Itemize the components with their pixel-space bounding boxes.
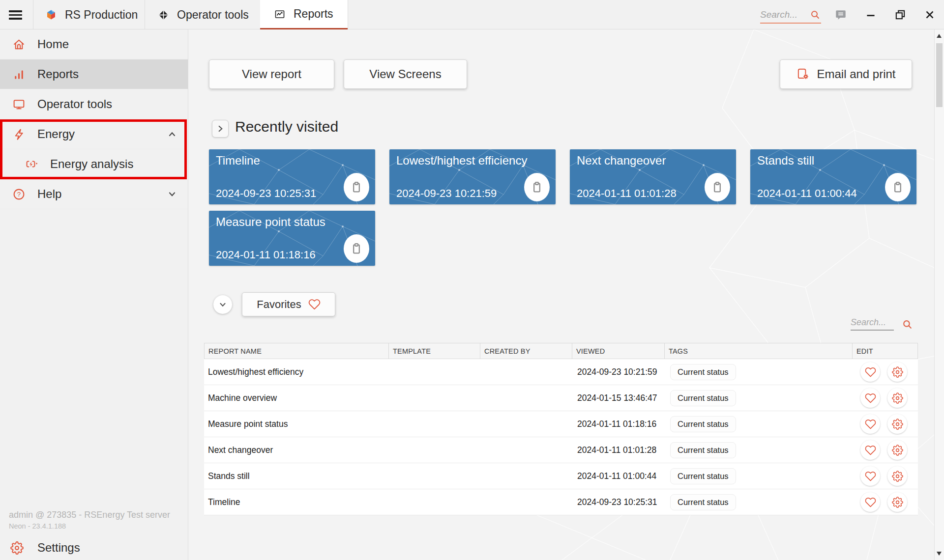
- recent-card-next-changeover[interactable]: Next changeover 2024-01-11 01:01:28: [570, 149, 736, 204]
- recent-card-lowest-highest-efficiency[interactable]: Lowest/highest efficiency 2024-09-23 10:…: [389, 149, 556, 204]
- sidebar-item-operator-tools[interactable]: Operator tools: [0, 89, 188, 119]
- scroll-up-arrow[interactable]: [937, 34, 942, 38]
- report-settings-button[interactable]: [887, 440, 907, 460]
- settings-button[interactable]: Settings: [0, 534, 188, 560]
- tags-cell: Current status: [664, 416, 852, 432]
- sidebar-item-label: Help: [37, 187, 61, 201]
- operator-tools-cube-icon: [158, 9, 169, 21]
- heart-icon: [865, 445, 876, 456]
- view-report-button[interactable]: View report: [209, 59, 334, 89]
- clipboard-icon: [350, 180, 363, 194]
- recent-card-timeline[interactable]: Timeline 2024-09-23 10:25:31: [209, 149, 375, 204]
- chevron-up-icon: [167, 129, 177, 139]
- sidebar-item-energy[interactable]: Energy: [0, 119, 188, 149]
- card-clipboard-button[interactable]: [344, 173, 369, 201]
- battery-bolt-icon: [25, 158, 38, 170]
- viewed-cell: 2024-01-15 13:46:47: [571, 393, 664, 403]
- table-search-placeholder: Search...: [851, 317, 894, 331]
- chevron-right-icon: [215, 123, 226, 134]
- column-header-edit[interactable]: EDIT: [852, 343, 917, 359]
- recent-card-measure-point-status[interactable]: Measure point status 2024-01-11 01:18:16: [209, 211, 375, 266]
- favorite-toggle-button[interactable]: [860, 388, 880, 408]
- gear-icon: [892, 366, 903, 378]
- email-and-print-button[interactable]: Email and print: [780, 59, 912, 89]
- window-close-button[interactable]: [923, 8, 936, 21]
- card-title: Next changeover: [577, 154, 666, 168]
- tags-cell: Current status: [664, 442, 852, 458]
- heart-icon: [308, 298, 321, 310]
- table-row[interactable]: Lowest/highest efficiency 2024-09-23 10:…: [204, 359, 918, 385]
- favorite-toggle-button[interactable]: [860, 440, 880, 460]
- view-screens-button[interactable]: View Screens: [344, 59, 467, 89]
- table-row[interactable]: Timeline 2024-09-23 10:25:31 Current sta…: [204, 489, 918, 515]
- column-header-tags[interactable]: TAGS: [664, 343, 852, 359]
- rs-production-logo-icon: [45, 9, 57, 21]
- window-minimize-button[interactable]: [864, 8, 877, 21]
- column-header-template[interactable]: TEMPLATE: [388, 343, 480, 359]
- card-timestamp: 2024-09-23 10:21:59: [396, 187, 497, 200]
- clipboard-icon: [350, 242, 363, 255]
- sidebar-item-help[interactable]: ? Help: [0, 179, 188, 209]
- favorite-toggle-button[interactable]: [860, 492, 880, 512]
- report-settings-button[interactable]: [887, 388, 907, 408]
- tab-rs-production[interactable]: RS Production: [33, 0, 145, 29]
- sidebar: Home Reports Operator tools Energy: [0, 29, 188, 560]
- recent-card-stands-still[interactable]: Stands still 2024-01-11 01:00:44: [750, 149, 916, 204]
- titlebar: RS Production Operator tools Reports Sea…: [0, 0, 944, 29]
- table-row[interactable]: Machine overview 2024-01-15 13:46:47 Cur…: [204, 385, 918, 411]
- card-timestamp: 2024-01-11 01:01:28: [577, 187, 677, 200]
- titlebar-separator: [348, 0, 348, 29]
- tab-reports[interactable]: Reports: [260, 0, 348, 29]
- feedback-chat-button[interactable]: [834, 8, 847, 21]
- card-clipboard-button[interactable]: [885, 173, 911, 201]
- card-clipboard-button[interactable]: [344, 234, 369, 263]
- global-search-input[interactable]: Search...: [760, 6, 821, 24]
- table-row[interactable]: Stands still 2024-01-11 01:00:44 Current…: [204, 463, 918, 489]
- recently-visited-title: Recently visited: [235, 118, 338, 135]
- card-timestamp: 2024-01-11 01:18:16: [216, 249, 316, 261]
- favorites-button[interactable]: Favorites: [242, 292, 335, 316]
- minimize-icon: [864, 8, 877, 21]
- report-settings-button[interactable]: [887, 466, 907, 486]
- tag-pill: Current status: [670, 390, 736, 406]
- favorite-toggle-button[interactable]: [860, 466, 880, 486]
- viewed-cell: 2024-01-11 01:18:16: [571, 419, 664, 429]
- viewed-cell: 2024-09-23 10:21:59: [571, 367, 664, 377]
- report-settings-button[interactable]: [887, 492, 907, 512]
- edit-cell: [852, 362, 917, 382]
- sidebar-item-label: Energy: [37, 127, 75, 141]
- column-header-viewed[interactable]: VIEWED: [572, 343, 664, 359]
- tag-pill: Current status: [670, 494, 736, 510]
- search-icon: [809, 9, 821, 21]
- favorites-collapse-button[interactable]: [213, 295, 232, 314]
- restore-icon: [894, 8, 907, 21]
- card-clipboard-button[interactable]: [705, 173, 730, 201]
- report-name-cell: Stands still: [204, 471, 388, 481]
- vertical-scrollbar[interactable]: [934, 29, 944, 560]
- hamburger-menu-button[interactable]: [9, 10, 22, 20]
- favorite-toggle-button[interactable]: [860, 414, 880, 434]
- tab-operator-tools[interactable]: Operator tools: [145, 0, 260, 29]
- scroll-down-arrow[interactable]: [937, 552, 942, 556]
- table-row[interactable]: Measure point status 2024-01-11 01:18:16…: [204, 411, 918, 437]
- viewed-cell: 2024-01-11 01:00:44: [571, 471, 664, 481]
- table-row[interactable]: Next changeover 2024-01-11 01:01:28 Curr…: [204, 437, 918, 463]
- sidebar-item-reports[interactable]: Reports: [0, 59, 188, 89]
- heart-icon: [865, 419, 876, 430]
- report-settings-button[interactable]: [887, 362, 907, 382]
- card-clipboard-button[interactable]: [524, 173, 550, 201]
- favorite-toggle-button[interactable]: [860, 362, 880, 382]
- window-restore-button[interactable]: [894, 8, 907, 21]
- clipboard-icon: [891, 180, 905, 194]
- scrollbar-thumb[interactable]: [936, 43, 943, 107]
- gear-icon: [892, 471, 903, 482]
- report-settings-button[interactable]: [887, 414, 907, 434]
- sidebar-item-label: Operator tools: [37, 97, 112, 111]
- sidebar-item-home[interactable]: Home: [0, 29, 188, 59]
- column-header-created-by[interactable]: CREATED BY: [480, 343, 572, 359]
- column-header-report-name[interactable]: REPORT NAME: [205, 343, 388, 359]
- table-search-input[interactable]: Search...: [851, 317, 914, 331]
- edit-cell: [852, 440, 917, 460]
- sidebar-item-energy-analysis[interactable]: Energy analysis: [0, 149, 188, 179]
- recently-visited-collapse-button[interactable]: [212, 120, 229, 138]
